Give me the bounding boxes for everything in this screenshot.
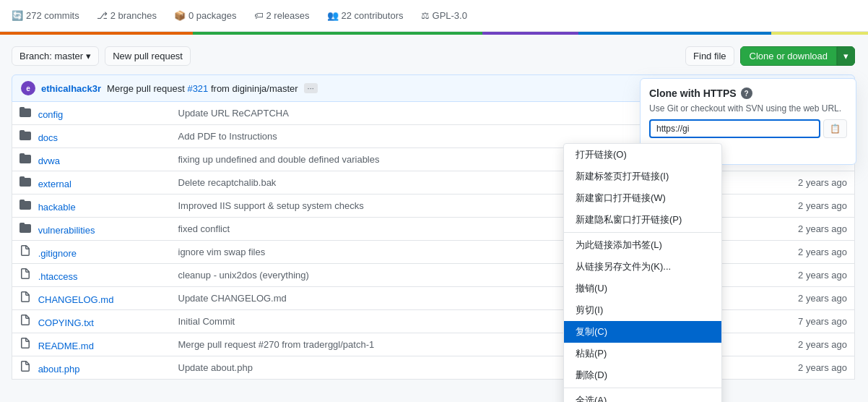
branches-label: 2 branches (110, 10, 157, 21)
lang-seg-3 (482, 32, 579, 35)
file-time-cell: 2 years ago (768, 356, 855, 380)
package-icon: 📦 (174, 10, 186, 21)
file-time-cell: 2 years ago (768, 264, 855, 287)
table-row: README.md Merge pull request #270 from t… (12, 333, 855, 356)
table-row: COPYING.txt Initial Commit 7 years ago (12, 310, 855, 333)
file-link[interactable]: CHANGELOG.md (38, 294, 114, 305)
context-menu-item[interactable]: 删除(D) (564, 364, 721, 380)
table-row: about.php Update about.php 2 years ago (12, 356, 855, 380)
license-icon: ⚖ (421, 10, 430, 21)
context-menu-item[interactable]: 新建窗口打开链接(W) (564, 187, 721, 209)
toolbar: Branch: master ▾ New pull request Find f… (12, 46, 855, 66)
file-name-cell: README.md (12, 333, 171, 356)
repo-nav: 🔄 272 commits ⎇ 2 branches 📦 0 packages … (0, 0, 868, 32)
file-icon (19, 109, 31, 120)
file-name-cell: external (12, 171, 171, 194)
file-link[interactable]: hackable (38, 202, 76, 213)
table-row: .htaccess cleanup - unix2dos (everything… (12, 264, 855, 287)
context-menu-item-label: 删除(D) (576, 369, 607, 380)
context-menu-item[interactable]: 从链接另存文件为(K)... (564, 256, 721, 278)
file-link[interactable]: .htaccess (38, 271, 78, 282)
context-menu-item[interactable]: 撤销(U) (564, 278, 721, 299)
find-file-button[interactable]: Find file (685, 46, 734, 66)
file-link[interactable]: about.php (38, 364, 80, 375)
file-name-cell: CHANGELOG.md (12, 287, 171, 310)
clone-dropdown-arrow[interactable]: ▾ (837, 46, 855, 66)
context-menu-item-label: 新建隐私窗口打开链接(P) (576, 213, 682, 226)
license-label: GPL-3.0 (433, 10, 467, 21)
file-icon (19, 202, 31, 213)
branch-selector-label: Branch: master (19, 51, 83, 61)
file-time-cell: 2 years ago (768, 218, 855, 241)
table-row: CHANGELOG.md Update CHANGELOG.md 2 years… (12, 287, 855, 310)
file-name-cell: vulnerabilities (12, 218, 171, 241)
context-menu-item[interactable]: 新建隐私窗口打开链接(P) (564, 209, 721, 231)
file-icon (19, 225, 31, 236)
file-link[interactable]: COPYING.txt (38, 317, 94, 328)
clone-url-input[interactable] (649, 119, 820, 138)
branches-link[interactable]: ⎇ 2 branches (97, 6, 157, 25)
lang-seg-4 (578, 32, 771, 35)
commit-pr-link[interactable]: #321 (187, 83, 208, 94)
file-commit-message: Merge pull request #270 from traderggl/p… (178, 339, 375, 350)
file-link[interactable]: docs (38, 132, 58, 143)
context-menu-item-label: 粘贴(P) (576, 347, 607, 360)
file-icon (19, 271, 31, 282)
file-time-cell: 2 years ago (768, 241, 855, 264)
file-commit-message: cleanup - unix2dos (everything) (178, 270, 309, 281)
context-menu-item-label: 撤销(U) (576, 282, 607, 295)
license-link[interactable]: ⚖ GPL-3.0 (421, 6, 467, 25)
file-name-cell: dvwa (12, 148, 171, 171)
context-menu-item[interactable]: 复制(C) (564, 321, 721, 343)
clone-panel-title: Clone with HTTPS ? (649, 87, 847, 99)
file-time: 2 years ago (798, 200, 847, 211)
lang-seg-2 (193, 32, 482, 35)
file-commit-message: Initial Commit (178, 316, 235, 327)
context-menu: 打开链接(O)新建标签页打开链接(I)新建窗口打开链接(W)新建隐私窗口打开链接… (563, 143, 722, 380)
file-commit-message: Delete recaptchalib.bak (178, 177, 277, 188)
context-menu-item[interactable]: 新建标签页打开链接(I) (564, 166, 721, 187)
lang-seg-5 (771, 32, 868, 35)
chevron-down-icon: ▾ (86, 51, 91, 61)
branch-selector[interactable]: Branch: master ▾ (12, 46, 99, 66)
context-menu-item[interactable]: 打开链接(O) (564, 144, 721, 166)
commits-link[interactable]: 🔄 272 commits (12, 6, 79, 25)
file-time: 2 years ago (798, 339, 847, 350)
file-name-cell: config (12, 102, 171, 125)
copy-url-button[interactable]: 📋 (823, 119, 847, 138)
file-icon (19, 294, 31, 305)
file-name-cell: hackable (12, 194, 171, 218)
commit-author[interactable]: ethicalhack3r (41, 83, 101, 94)
commit-message: Merge pull request #321 from digininja/m… (107, 83, 298, 94)
file-time-cell: 2 years ago (768, 171, 855, 194)
table-row: .gitignore ignore vim swap files 2 years… (12, 241, 855, 264)
file-link[interactable]: external (38, 179, 71, 189)
packages-link[interactable]: 📦 0 packages (174, 6, 237, 25)
context-menu-item[interactable]: 粘贴(P) (564, 343, 721, 364)
file-time: 2 years ago (798, 270, 847, 281)
https-help-icon[interactable]: ? (741, 87, 752, 99)
context-menu-item-label: 从链接另存文件为(K)... (576, 260, 671, 273)
file-link[interactable]: config (38, 109, 64, 120)
clone-or-download-button[interactable]: Clone or download (740, 46, 837, 66)
file-link[interactable]: .gitignore (38, 248, 77, 259)
context-menu-item[interactable]: 剪切(I) (564, 299, 721, 321)
file-link[interactable]: README.md (38, 341, 94, 351)
context-menu-item[interactable]: 为此链接添加书签(L) (564, 234, 721, 256)
file-icon (19, 341, 31, 351)
commit-dots[interactable]: ··· (304, 83, 318, 93)
chevron-down-icon: ▾ (843, 51, 849, 61)
releases-link[interactable]: 🏷 2 releases (254, 6, 310, 25)
context-menu-item-label: 复制(C) (576, 325, 607, 338)
file-time: 2 years ago (798, 362, 847, 373)
file-commit-message: Improved IIS support & setup system chec… (178, 200, 364, 211)
file-icon (19, 364, 31, 375)
contributors-link[interactable]: 👥 22 contributors (327, 6, 404, 25)
file-name-cell: docs (12, 125, 171, 148)
new-pull-request-button[interactable]: New pull request (105, 46, 191, 66)
context-menu-divider (564, 232, 721, 233)
file-icon (19, 317, 31, 328)
toolbar-right: Find file Clone or download ▾ (685, 46, 855, 66)
file-link[interactable]: vulnerabilities (38, 225, 95, 236)
file-link[interactable]: dvwa (38, 155, 60, 166)
